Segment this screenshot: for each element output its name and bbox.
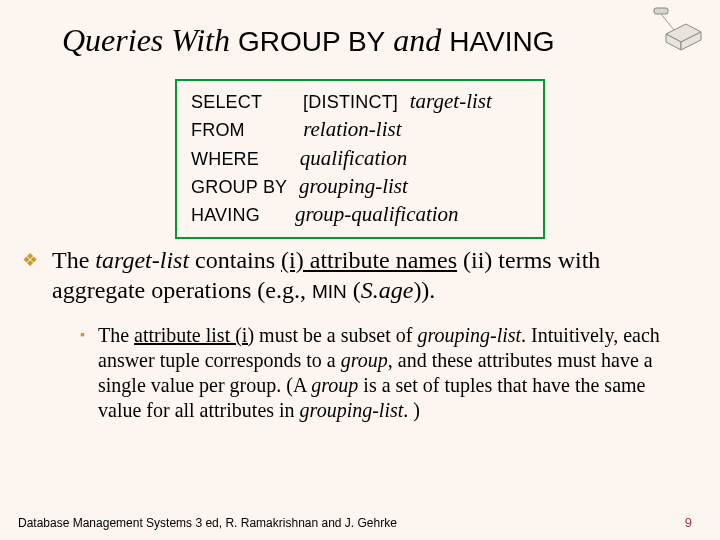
b1-t5: ( bbox=[347, 277, 361, 303]
b1-t2: contains bbox=[189, 247, 281, 273]
b1-sage: S.age bbox=[361, 277, 414, 303]
b2-groupinglist1: grouping-list bbox=[417, 324, 521, 346]
kw-where: WHERE bbox=[191, 149, 259, 169]
decoration-icon bbox=[646, 4, 706, 52]
svg-line-4 bbox=[661, 14, 674, 30]
bullet-level2: The attribute list (i) must be a subset … bbox=[80, 323, 678, 423]
title-pre: Queries With bbox=[62, 22, 238, 58]
slide-title: Queries With GROUP BY and HAVING bbox=[0, 0, 720, 59]
syntax-from-line: FROM relation-list bbox=[191, 115, 529, 143]
kw-groupby: GROUP BY bbox=[191, 177, 287, 197]
svg-rect-3 bbox=[654, 8, 668, 14]
syntax-groupqual: group-qualification bbox=[295, 202, 459, 226]
syntax-groupby-line: GROUP BY grouping-list bbox=[191, 172, 529, 200]
b1-t6: )). bbox=[413, 277, 435, 303]
kw-from: FROM bbox=[191, 120, 245, 140]
b1-min: MIN bbox=[312, 281, 347, 302]
kw-select: SELECT bbox=[191, 92, 262, 112]
title-mid: and bbox=[385, 22, 449, 58]
title-kw-having: HAVING bbox=[449, 26, 554, 57]
b2-t10: . ) bbox=[403, 399, 420, 421]
syntax-grouping: grouping-list bbox=[299, 174, 408, 198]
syntax-qual: qualification bbox=[300, 146, 407, 170]
b2-attrlist: attribute list (i) bbox=[134, 324, 254, 346]
title-kw-groupby: GROUP BY bbox=[238, 26, 385, 57]
b2-groupinglist2: grouping-list bbox=[300, 399, 404, 421]
page-number: 9 bbox=[685, 515, 692, 530]
syntax-select-line: SELECT [DISTINCT] target-list bbox=[191, 87, 529, 115]
b2-group2: group bbox=[311, 374, 358, 396]
bullet-level1: The target-list contains (i) attribute n… bbox=[0, 245, 720, 305]
kw-distinct: [DISTINCT] bbox=[303, 92, 398, 112]
kw-having: HAVING bbox=[191, 205, 260, 225]
syntax-relation: relation-list bbox=[303, 117, 401, 141]
syntax-having-line: HAVING group-qualification bbox=[191, 200, 529, 228]
syntax-target: target-list bbox=[410, 89, 492, 113]
b2-group1: group bbox=[341, 349, 388, 371]
b1-attrnames: (i) attribute names bbox=[281, 247, 457, 273]
b1-targetlist: target-list bbox=[95, 247, 189, 273]
b2-t2: must be a subset of bbox=[254, 324, 417, 346]
footer-text: Database Management Systems 3 ed, R. Ram… bbox=[18, 516, 397, 530]
syntax-where-line: WHERE qualification bbox=[191, 144, 529, 172]
b2-t0: The bbox=[98, 324, 134, 346]
sql-syntax-box: SELECT [DISTINCT] target-list FROM relat… bbox=[175, 79, 545, 239]
b1-t0: The bbox=[52, 247, 95, 273]
